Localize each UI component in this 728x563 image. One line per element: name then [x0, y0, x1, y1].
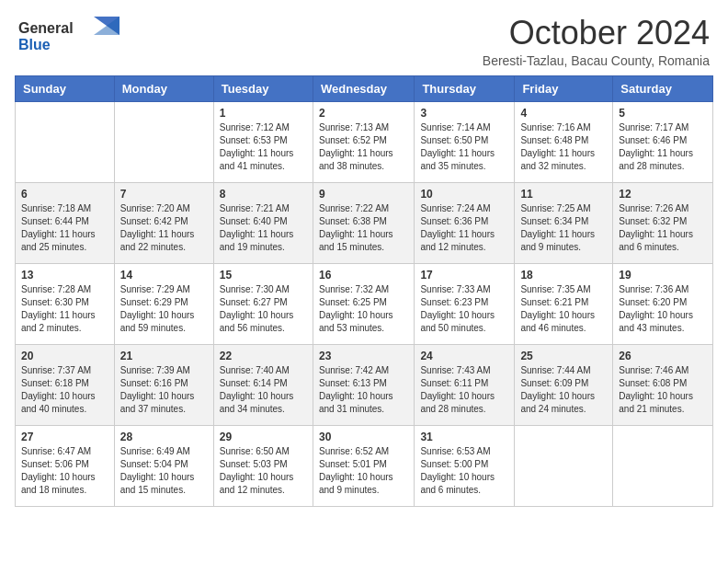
week-row-4: 20Sunrise: 7:37 AM Sunset: 6:18 PM Dayli…: [16, 344, 713, 425]
calendar-cell: [114, 101, 213, 182]
day-number: 29: [220, 431, 307, 443]
day-number: 3: [420, 107, 508, 120]
calendar-cell: [16, 101, 115, 182]
calendar-cell: 8Sunrise: 7:21 AM Sunset: 6:40 PM Daylig…: [213, 182, 313, 263]
day-number: 15: [220, 269, 307, 282]
calendar-cell: 23Sunrise: 7:42 AM Sunset: 6:13 PM Dayli…: [313, 344, 414, 425]
calendar-cell: 7Sunrise: 7:20 AM Sunset: 6:42 PM Daylig…: [114, 182, 213, 263]
day-info: Sunrise: 6:53 AM Sunset: 5:00 PM Dayligh…: [420, 445, 508, 497]
day-number: 17: [420, 269, 508, 282]
calendar-cell: 9Sunrise: 7:22 AM Sunset: 6:38 PM Daylig…: [313, 182, 414, 263]
page-header: General Blue October 2024 Beresti-Tazlau…: [0, 0, 728, 75]
day-info: Sunrise: 7:25 AM Sunset: 6:34 PM Dayligh…: [520, 202, 607, 254]
day-info: Sunrise: 7:36 AM Sunset: 6:20 PM Dayligh…: [619, 283, 707, 335]
day-number: 5: [619, 107, 707, 120]
day-info: Sunrise: 7:20 AM Sunset: 6:42 PM Dayligh…: [120, 202, 208, 254]
calendar-table: SundayMondayTuesdayWednesdayThursdayFrid…: [15, 75, 713, 507]
day-info: Sunrise: 7:30 AM Sunset: 6:27 PM Dayligh…: [220, 283, 307, 335]
week-row-1: 1Sunrise: 7:12 AM Sunset: 6:53 PM Daylig…: [16, 101, 713, 182]
day-info: Sunrise: 6:49 AM Sunset: 5:04 PM Dayligh…: [120, 445, 208, 497]
calendar-cell: 5Sunrise: 7:17 AM Sunset: 6:46 PM Daylig…: [613, 101, 713, 182]
day-info: Sunrise: 7:42 AM Sunset: 6:13 PM Dayligh…: [319, 364, 408, 416]
svg-text:Blue: Blue: [18, 37, 51, 52]
calendar-cell: 27Sunrise: 6:47 AM Sunset: 5:06 PM Dayli…: [16, 425, 115, 506]
calendar-cell: 16Sunrise: 7:32 AM Sunset: 6:25 PM Dayli…: [313, 263, 414, 344]
logo-svg: General Blue: [18, 15, 119, 53]
calendar-cell: 3Sunrise: 7:14 AM Sunset: 6:50 PM Daylig…: [415, 101, 515, 182]
calendar-cell: 4Sunrise: 7:16 AM Sunset: 6:48 PM Daylig…: [515, 101, 613, 182]
day-number: 4: [520, 107, 607, 120]
calendar-cell: 22Sunrise: 7:40 AM Sunset: 6:14 PM Dayli…: [213, 344, 313, 425]
day-info: Sunrise: 7:18 AM Sunset: 6:44 PM Dayligh…: [21, 202, 108, 254]
day-info: Sunrise: 7:21 AM Sunset: 6:40 PM Dayligh…: [220, 202, 307, 254]
day-info: Sunrise: 7:14 AM Sunset: 6:50 PM Dayligh…: [420, 121, 508, 173]
day-number: 16: [319, 269, 408, 282]
calendar-cell: 6Sunrise: 7:18 AM Sunset: 6:44 PM Daylig…: [16, 182, 115, 263]
day-info: Sunrise: 7:12 AM Sunset: 6:53 PM Dayligh…: [220, 121, 307, 173]
day-info: Sunrise: 7:17 AM Sunset: 6:46 PM Dayligh…: [619, 121, 707, 173]
weekday-header-friday: Friday: [515, 75, 613, 101]
calendar-cell: 12Sunrise: 7:26 AM Sunset: 6:32 PM Dayli…: [613, 182, 713, 263]
day-number: 9: [319, 188, 408, 201]
day-info: Sunrise: 7:44 AM Sunset: 6:09 PM Dayligh…: [520, 364, 607, 416]
calendar-cell: 10Sunrise: 7:24 AM Sunset: 6:36 PM Dayli…: [415, 182, 515, 263]
day-number: 23: [319, 350, 408, 362]
calendar-cell: 15Sunrise: 7:30 AM Sunset: 6:27 PM Dayli…: [213, 263, 313, 344]
calendar-cell: 21Sunrise: 7:39 AM Sunset: 6:16 PM Dayli…: [114, 344, 213, 425]
location-subtitle: Beresti-Tazlau, Bacau County, Romania: [483, 53, 710, 68]
calendar-cell: 31Sunrise: 6:53 AM Sunset: 5:00 PM Dayli…: [415, 425, 515, 506]
day-number: 11: [520, 188, 607, 201]
day-info: Sunrise: 7:13 AM Sunset: 6:52 PM Dayligh…: [319, 121, 408, 173]
calendar-cell: 20Sunrise: 7:37 AM Sunset: 6:18 PM Dayli…: [16, 344, 115, 425]
day-info: Sunrise: 7:43 AM Sunset: 6:11 PM Dayligh…: [420, 364, 508, 416]
calendar-cell: 19Sunrise: 7:36 AM Sunset: 6:20 PM Dayli…: [613, 263, 713, 344]
calendar-cell: 14Sunrise: 7:29 AM Sunset: 6:29 PM Dayli…: [114, 263, 213, 344]
day-number: 24: [420, 350, 508, 362]
calendar-cell: [613, 425, 713, 506]
day-number: 20: [21, 350, 108, 362]
day-info: Sunrise: 7:24 AM Sunset: 6:36 PM Dayligh…: [420, 202, 508, 254]
week-row-5: 27Sunrise: 6:47 AM Sunset: 5:06 PM Dayli…: [16, 425, 713, 506]
day-number: 10: [420, 188, 508, 201]
day-number: 28: [120, 431, 208, 443]
weekday-header-sunday: Sunday: [16, 75, 115, 101]
day-number: 18: [520, 269, 607, 282]
calendar-cell: 30Sunrise: 6:52 AM Sunset: 5:01 PM Dayli…: [313, 425, 414, 506]
day-info: Sunrise: 7:46 AM Sunset: 6:08 PM Dayligh…: [619, 364, 707, 416]
day-number: 2: [319, 107, 408, 120]
calendar-cell: 11Sunrise: 7:25 AM Sunset: 6:34 PM Dayli…: [515, 182, 613, 263]
calendar-container: SundayMondayTuesdayWednesdayThursdayFrid…: [0, 75, 728, 522]
day-info: Sunrise: 6:50 AM Sunset: 5:03 PM Dayligh…: [220, 445, 307, 497]
day-info: Sunrise: 7:35 AM Sunset: 6:21 PM Dayligh…: [520, 283, 607, 335]
day-info: Sunrise: 7:26 AM Sunset: 6:32 PM Dayligh…: [619, 202, 707, 254]
title-section: October 2024 Beresti-Tazlau, Bacau Count…: [483, 15, 710, 68]
svg-text:General: General: [18, 20, 74, 36]
day-number: 14: [120, 269, 208, 282]
day-info: Sunrise: 7:40 AM Sunset: 6:14 PM Dayligh…: [220, 364, 307, 416]
calendar-cell: 2Sunrise: 7:13 AM Sunset: 6:52 PM Daylig…: [313, 101, 414, 182]
day-number: 25: [520, 350, 607, 362]
calendar-cell: 13Sunrise: 7:28 AM Sunset: 6:30 PM Dayli…: [16, 263, 115, 344]
day-info: Sunrise: 7:33 AM Sunset: 6:23 PM Dayligh…: [420, 283, 508, 335]
day-info: Sunrise: 7:32 AM Sunset: 6:25 PM Dayligh…: [319, 283, 408, 335]
day-number: 22: [220, 350, 307, 362]
day-info: Sunrise: 7:22 AM Sunset: 6:38 PM Dayligh…: [319, 202, 408, 254]
day-number: 13: [21, 269, 108, 282]
day-number: 27: [21, 431, 108, 443]
calendar-cell: 26Sunrise: 7:46 AM Sunset: 6:08 PM Dayli…: [613, 344, 713, 425]
day-number: 30: [319, 431, 408, 443]
week-row-3: 13Sunrise: 7:28 AM Sunset: 6:30 PM Dayli…: [16, 263, 713, 344]
day-number: 8: [220, 188, 307, 201]
day-info: Sunrise: 7:16 AM Sunset: 6:48 PM Dayligh…: [520, 121, 607, 173]
day-number: 1: [220, 107, 307, 120]
day-info: Sunrise: 7:28 AM Sunset: 6:30 PM Dayligh…: [21, 283, 108, 335]
weekday-header-tuesday: Tuesday: [213, 75, 313, 101]
calendar-cell: 17Sunrise: 7:33 AM Sunset: 6:23 PM Dayli…: [415, 263, 515, 344]
week-row-2: 6Sunrise: 7:18 AM Sunset: 6:44 PM Daylig…: [16, 182, 713, 263]
day-number: 26: [619, 350, 707, 362]
calendar-cell: 1Sunrise: 7:12 AM Sunset: 6:53 PM Daylig…: [213, 101, 313, 182]
day-info: Sunrise: 7:29 AM Sunset: 6:29 PM Dayligh…: [120, 283, 208, 335]
day-info: Sunrise: 6:47 AM Sunset: 5:06 PM Dayligh…: [21, 445, 108, 497]
weekday-header-row: SundayMondayTuesdayWednesdayThursdayFrid…: [16, 75, 713, 101]
day-info: Sunrise: 7:39 AM Sunset: 6:16 PM Dayligh…: [120, 364, 208, 416]
